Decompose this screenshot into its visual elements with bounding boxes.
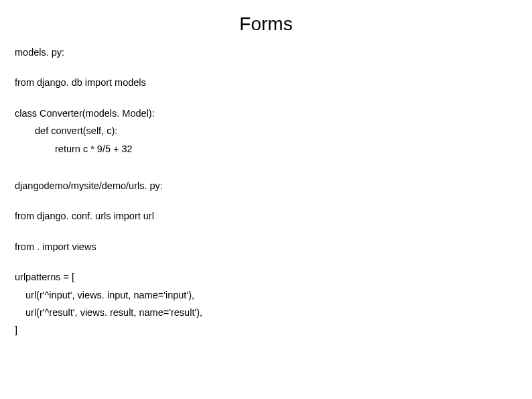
return-line: return c * 9/5 + 32 [15,144,532,155]
models-header-block: models. py: [15,47,532,58]
urlpatterns-open: urlpatterns = [ [15,272,532,283]
urls-header: djangodemo/mysite/demo/urls. py: [15,180,532,192]
urls-import1: from django. conf. urls import url [15,211,532,222]
content-area: models. py: from django. db import model… [0,47,532,337]
method-def: def convert(self, c): [15,125,532,137]
models-import-block: from django. db import models [15,77,532,89]
urlpatterns-block: urlpatterns = [ url(r'^input', views. in… [15,272,532,337]
models-import: from django. db import models [15,77,532,89]
url-input: url(r'^input', views. input, name='input… [15,290,532,301]
models-header: models. py: [15,47,532,58]
models-class-block: class Converter(models. Model): def conv… [15,108,532,155]
url-result: url(r'^result', views. result, name='res… [15,307,532,319]
urls-import2-block: from . import views [15,241,532,253]
urls-import1-block: from django. conf. urls import url [15,211,532,222]
page-title: Forms [0,13,532,35]
urlpatterns-close: ] [15,325,532,336]
urls-import2: from . import views [15,241,532,253]
class-def: class Converter(models. Model): [15,108,532,119]
urls-header-block: djangodemo/mysite/demo/urls. py: [15,180,532,192]
